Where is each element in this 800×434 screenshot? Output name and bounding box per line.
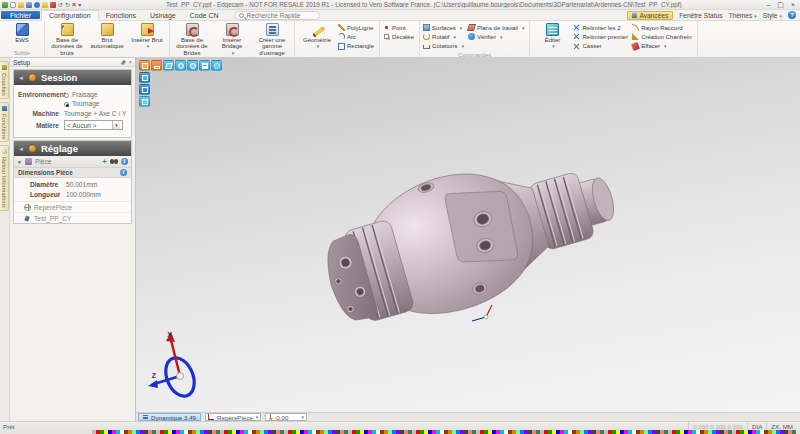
repere-dropdown[interactable]: RepèrePièce ▾ <box>205 413 261 421</box>
rotatif-button[interactable]: Rotatif <box>423 32 464 41</box>
inserer-brut-button[interactable]: Insérer Brut <box>127 22 167 49</box>
session-collapse-icon[interactable]: ◄ <box>18 75 24 81</box>
base-donnees-bruts-button[interactable]: Base de données de bruts <box>47 22 87 56</box>
view-plane-icon[interactable] <box>163 60 174 71</box>
session-header[interactable]: ◄ Session <box>14 70 131 85</box>
piece-info-icon[interactable] <box>121 158 128 165</box>
verify-icon <box>468 33 475 40</box>
reglage-header[interactable]: ◄ Réglage <box>14 141 131 156</box>
ribbon-group-edition: Éditer Relimiter les 2 Relimiter premier… <box>530 21 697 57</box>
maximize-button[interactable]: ▢ <box>777 1 784 9</box>
help-icon[interactable] <box>788 11 796 19</box>
zoom-window-icon[interactable] <box>187 60 198 71</box>
brut-automatique-button[interactable]: Brut automatique <box>87 22 127 50</box>
tab-configuration[interactable]: Configuration <box>41 10 99 21</box>
angle-dropdown-icon[interactable]: ▾ <box>301 414 304 420</box>
casser-button[interactable]: Casser <box>573 42 628 51</box>
effacer-button[interactable]: Effacer <box>632 42 691 51</box>
plans-de-travail-button[interactable]: Plans de travail <box>468 23 525 32</box>
piece-row[interactable]: ▼ Pièce + <box>14 156 131 168</box>
units-indicator[interactable]: ZX, MM <box>766 422 797 430</box>
base-donnees-brides-button[interactable]: Base de données de Brides <box>172 22 212 56</box>
creer-gamme-usinage-button[interactable]: Créer une gamme d'usinage <box>252 22 292 62</box>
avancees-button[interactable]: Avancées <box>627 11 673 20</box>
themes-button[interactable]: Thèmes <box>728 12 756 19</box>
part-3d-model[interactable] <box>296 140 641 340</box>
brush-icon[interactable] <box>50 2 56 8</box>
setup-panel-title: Setup <box>13 59 30 66</box>
session-card: ◄ Session Environnement Fraisage Tournag… <box>13 69 132 138</box>
side-tab-couches[interactable]: Couches <box>0 61 9 99</box>
side-tab-fonctions[interactable]: Fonctions <box>0 102 9 142</box>
pin-icon[interactable] <box>121 59 126 65</box>
search-input[interactable] <box>247 12 311 19</box>
translucent-view-icon[interactable] <box>139 96 150 107</box>
polyligne-button[interactable]: PolyLigne <box>338 23 374 32</box>
pan-icon[interactable] <box>211 60 222 71</box>
window-title: Test_PP_CY.ppf - Edgecam - NOT FOR RESAL… <box>81 1 766 8</box>
editer-button[interactable]: Éditer <box>532 22 572 49</box>
radio-tournage[interactable]: Tournage <box>64 100 100 107</box>
open-file-icon[interactable] <box>18 2 24 8</box>
rectangle-button[interactable]: Rectangle <box>338 42 374 51</box>
tab-code-cn[interactable]: Code CN <box>183 10 226 20</box>
new-file-icon[interactable] <box>10 2 16 8</box>
find-icon[interactable] <box>110 159 118 164</box>
dynamique-zoom-button[interactable]: Dynamique 3.49 <box>138 413 201 421</box>
matiere-select[interactable]: < Aucun > ▾ <box>64 120 123 130</box>
decalee-button[interactable]: Décalée <box>383 32 414 41</box>
fenetre-status-button[interactable]: Fenêtre Status <box>679 12 722 19</box>
graphics-viewport[interactable]: X Z <box>136 58 800 412</box>
arc-button[interactable]: Arc <box>338 32 374 41</box>
close-document-icon[interactable]: × <box>72 2 76 8</box>
view-list-icon[interactable] <box>199 60 210 71</box>
tree-item-repere-piece[interactable]: RepèrePièce <box>14 201 131 212</box>
quick-search-box[interactable] <box>234 11 320 20</box>
machine-display-icon[interactable] <box>151 60 162 71</box>
ribbon-group-geometrie: Géométrie PolyLigne Arc Rectangle <box>295 21 380 57</box>
dia-mode-indicator[interactable]: DIA <box>747 422 766 430</box>
cotations-button[interactable]: Cotations <box>423 42 464 51</box>
reglage-collapse-icon[interactable]: ◄ <box>18 146 24 152</box>
geometrie-button[interactable]: Géométrie <box>297 22 337 49</box>
shaded-view-icon[interactable] <box>139 72 150 83</box>
wireframe-view-icon[interactable] <box>139 84 150 95</box>
view-tree-icon[interactable] <box>175 60 186 71</box>
surfaces-button[interactable]: Surfaces <box>423 23 464 32</box>
creation-chanfrein-button[interactable]: Création Chanfrein <box>632 32 691 41</box>
matiere-dropdown-icon[interactable]: ▾ <box>112 121 120 129</box>
minimize-button[interactable]: – <box>766 1 770 9</box>
palette-color[interactable] <box>792 430 796 434</box>
point-button[interactable]: Point <box>383 23 414 32</box>
verifier-button[interactable]: Vérifier <box>468 32 525 41</box>
undo-icon[interactable]: ↺ <box>58 2 63 8</box>
inserer-bridage-button[interactable]: Insérer Bridage <box>212 22 252 56</box>
tab-usinage[interactable]: Usinage <box>143 10 183 20</box>
stock-display-icon[interactable] <box>139 60 150 71</box>
dimensions-info-icon[interactable] <box>120 169 127 176</box>
relimiter-premier-button[interactable]: Relimiter premier <box>573 32 628 41</box>
radio-fraisage-control[interactable] <box>64 93 69 98</box>
repere-dropdown-icon[interactable]: ▾ <box>256 414 259 420</box>
tab-fichier[interactable]: Fichier <box>1 11 40 19</box>
style-button[interactable]: Style <box>763 12 782 19</box>
side-tab-retour-informations[interactable]: Retour Informations <box>0 145 9 211</box>
piece-collapse-icon[interactable]: ▼ <box>17 159 22 165</box>
radio-fraisage[interactable]: Fraisage <box>64 91 100 98</box>
rayon-raccord-button[interactable]: Rayon Raccord <box>632 23 691 32</box>
redo-icon[interactable]: ↻ <box>65 2 70 8</box>
panel-close-icon[interactable]: × <box>128 59 132 65</box>
tab-fonctions[interactable]: Fonctions <box>99 10 143 20</box>
annotate-icon[interactable] <box>42 2 48 8</box>
tree-item-test-pp-cy[interactable]: Test_PP_CY <box>14 212 131 223</box>
ews-button[interactable]: EWS <box>2 22 42 43</box>
add-piece-icon[interactable]: + <box>102 158 107 166</box>
close-button[interactable]: × <box>791 1 795 9</box>
radio-tournage-control[interactable] <box>64 102 69 107</box>
ribbon: EWS Solide Base de données de bruts Brut… <box>0 21 800 58</box>
info-icon[interactable] <box>34 2 40 8</box>
relimiter-les-2-button[interactable]: Relimiter les 2 <box>573 23 628 32</box>
angle-dropdown[interactable]: 0.00 ▾ <box>265 413 307 421</box>
cursor-coordinates: 0.000 0.000 0.000 <box>688 422 747 430</box>
save-icon[interactable] <box>26 2 32 8</box>
